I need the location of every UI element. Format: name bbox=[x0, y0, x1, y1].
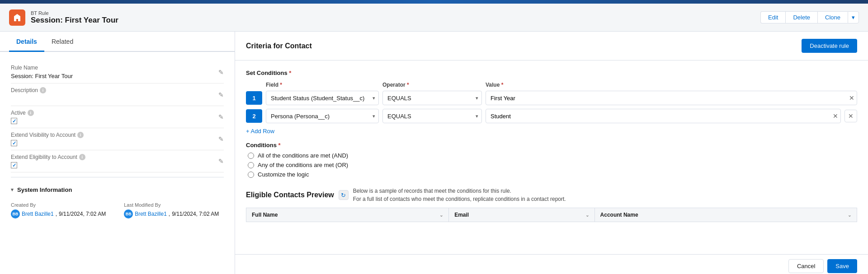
clone-button[interactable]: Clone bbox=[817, 11, 848, 23]
actions-dropdown-button[interactable]: ▾ bbox=[848, 11, 859, 23]
tab-bar: Details Related bbox=[0, 32, 235, 52]
header-actions: Edit Delete Clone ▾ bbox=[760, 11, 859, 23]
active-info-icon: i bbox=[28, 110, 34, 116]
right-content: Set Conditions * Field * Operator * Valu… bbox=[235, 60, 868, 254]
field-select-2[interactable]: Persona (Persona__c) bbox=[266, 109, 379, 123]
header: BT Rule Session: First Year Tour Edit De… bbox=[0, 4, 868, 32]
field-select-1[interactable]: Student Status (Student_Status__c) bbox=[266, 91, 379, 105]
right-header: Criteria for Contact Deactivate rule bbox=[235, 32, 868, 60]
tab-details[interactable]: Details bbox=[9, 32, 44, 52]
created-by-link[interactable]: Brett Bazille1 bbox=[22, 211, 54, 217]
conditions-title: Conditions * bbox=[246, 142, 857, 149]
header-title: Session: First Year Tour bbox=[31, 16, 118, 25]
description-field: Description i ✎ bbox=[11, 84, 224, 106]
rule-name-value: Session: First Year Tour bbox=[11, 73, 73, 79]
conditions-col-headers: Field * Operator * Value * bbox=[246, 82, 857, 88]
preview-title: Eligible Contacts Preview bbox=[246, 191, 334, 199]
footer: Cancel Save bbox=[235, 254, 868, 274]
details-content: Rule Name Session: First Year Tour ✎ Des… bbox=[0, 52, 235, 232]
sort-account-name-icon: ⌄ bbox=[848, 213, 851, 218]
content-area: Details Related Rule Name Session: First… bbox=[0, 32, 868, 274]
section-collapse-icon: ▾ bbox=[11, 187, 14, 193]
operator-select-1[interactable]: EQUALS bbox=[382, 91, 482, 105]
extend-eligibility-checkbox: ✓ bbox=[11, 162, 17, 168]
delete-button[interactable]: Delete bbox=[785, 11, 817, 23]
last-modified-value: BB Brett Bazille1, 9/11/2024, 7:02 AM bbox=[124, 209, 219, 218]
created-by-value: BB Brett Bazille1, 9/11/2024, 7:02 AM bbox=[11, 209, 106, 218]
created-by-info: Created By BB Brett Bazille1, 9/11/2024,… bbox=[11, 202, 106, 218]
description-label: Description i bbox=[11, 87, 46, 93]
operator-select-wrapper-2: EQUALS ▾ bbox=[382, 109, 482, 123]
rule-name-field: Rule Name Session: First Year Tour ✎ bbox=[11, 61, 224, 84]
radio-or: Any of the conditions are met (OR) bbox=[248, 162, 857, 168]
description-info-icon: i bbox=[40, 87, 46, 93]
radio-custom-input[interactable] bbox=[248, 172, 254, 178]
left-panel: Details Related Rule Name Session: First… bbox=[0, 32, 235, 274]
conditions-radio-group: All of the conditions are met (AND) Any … bbox=[248, 152, 857, 178]
extend-visibility-info-icon: i bbox=[77, 132, 84, 138]
conditions-section: Conditions * All of the conditions are m… bbox=[246, 142, 857, 178]
extend-eligibility-label: Extend Eligibility to Account i bbox=[11, 154, 85, 160]
cancel-button[interactable]: Cancel bbox=[788, 259, 824, 273]
system-info-section[interactable]: ▾ System Information bbox=[11, 182, 224, 198]
last-modified-link[interactable]: Brett Bazille1 bbox=[135, 211, 167, 217]
criteria-title: Criteria for Contact bbox=[246, 42, 312, 50]
preview-table: Full Name ⌄ Email ⌄ bbox=[246, 208, 857, 222]
header-titles: BT Rule Session: First Year Tour bbox=[31, 10, 118, 25]
required-indicator: * bbox=[289, 70, 291, 76]
row-delete-btn-2[interactable]: ✕ bbox=[844, 110, 857, 122]
section-divider bbox=[11, 177, 224, 177]
value-input-2[interactable] bbox=[486, 109, 841, 123]
last-modified-label: Last Modified By bbox=[124, 202, 219, 208]
radio-custom: Customize the logic bbox=[248, 171, 857, 178]
description-edit-icon[interactable]: ✎ bbox=[218, 91, 224, 98]
extend-visibility-field: Extend Visibility to Account i ✓ ✎ bbox=[11, 128, 224, 150]
radio-or-label: Any of the conditions are met (OR) bbox=[258, 162, 348, 168]
value-clear-btn-1[interactable]: ✕ bbox=[849, 94, 854, 102]
edit-button[interactable]: Edit bbox=[760, 11, 785, 23]
set-conditions-label: Set Conditions * bbox=[246, 70, 857, 76]
value-col-header: Value * bbox=[486, 82, 857, 88]
value-input-wrap-2: ✕ bbox=[486, 109, 841, 123]
extend-eligibility-edit-icon[interactable]: ✎ bbox=[218, 158, 224, 165]
sort-email-icon: ⌄ bbox=[585, 213, 589, 218]
condition-row-1: 1 Student Status (Student_Status__c) ▾ E… bbox=[246, 91, 857, 105]
radio-and-label: All of the conditions are met (AND) bbox=[258, 152, 348, 159]
created-by-avatar: BB bbox=[11, 209, 20, 218]
tab-related[interactable]: Related bbox=[44, 32, 80, 52]
conditions-grid: 1 Student Status (Student_Status__c) ▾ E… bbox=[246, 91, 857, 123]
row-num-1: 1 bbox=[246, 91, 262, 105]
condition-row-2: 2 Persona (Persona__c) ▾ EQUALS ▾ bbox=[246, 109, 857, 123]
field-select-wrapper-1: Student Status (Student_Status__c) ▾ bbox=[266, 91, 379, 105]
header-supertitle: BT Rule bbox=[31, 10, 118, 16]
last-modified-info: Last Modified By BB Brett Bazille1, 9/11… bbox=[124, 202, 219, 218]
value-clear-btn-2[interactable]: ✕ bbox=[833, 112, 838, 120]
add-row-button[interactable]: + Add Row bbox=[246, 128, 274, 135]
deactivate-button[interactable]: Deactivate rule bbox=[802, 39, 857, 53]
col-email[interactable]: Email ⌄ bbox=[449, 208, 594, 222]
active-edit-icon[interactable]: ✎ bbox=[218, 113, 224, 121]
rule-name-label: Rule Name bbox=[11, 65, 73, 71]
created-by-date: 9/11/2024, 7:02 AM bbox=[59, 211, 106, 217]
extend-visibility-edit-icon[interactable]: ✎ bbox=[218, 135, 224, 143]
last-modified-avatar: BB bbox=[124, 209, 133, 218]
created-modified-row: Created By BB Brett Bazille1, 9/11/2024,… bbox=[11, 198, 224, 223]
operator-select-wrapper-1: EQUALS ▾ bbox=[382, 91, 482, 105]
col-full-name[interactable]: Full Name ⌄ bbox=[246, 208, 449, 222]
preview-refresh-button[interactable]: ↻ bbox=[339, 190, 349, 200]
value-input-1[interactable] bbox=[486, 91, 857, 105]
save-button[interactable]: Save bbox=[827, 259, 857, 273]
last-modified-date: 9/11/2024, 7:02 AM bbox=[172, 211, 219, 217]
extend-visibility-label: Extend Visibility to Account i bbox=[11, 132, 84, 138]
rule-name-edit-icon[interactable]: ✎ bbox=[218, 69, 224, 76]
extend-visibility-checkbox: ✓ bbox=[11, 140, 17, 146]
extend-eligibility-info-icon: i bbox=[79, 154, 85, 160]
radio-or-input[interactable] bbox=[248, 162, 254, 168]
field-select-wrapper-2: Persona (Persona__c) ▾ bbox=[266, 109, 379, 123]
top-bar bbox=[0, 0, 868, 4]
created-by-label: Created By bbox=[11, 202, 106, 208]
radio-and-input[interactable] bbox=[248, 153, 254, 159]
operator-select-2[interactable]: EQUALS bbox=[382, 109, 482, 123]
preview-header: Eligible Contacts Preview ↻ Below is a s… bbox=[246, 187, 857, 203]
col-account-name[interactable]: Account Name ⌄ bbox=[594, 208, 857, 222]
